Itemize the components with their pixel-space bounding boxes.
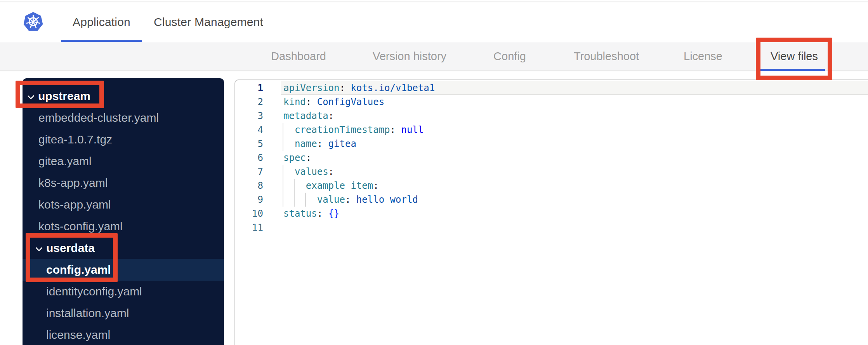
code-line-1[interactable]: 1apiVersion: kots.io/v1beta1: [235, 81, 868, 95]
line-number: 1: [235, 81, 263, 95]
code-token-bracket: {}: [323, 208, 339, 219]
code-line-3[interactable]: 3metadata:: [235, 109, 868, 123]
tree-item-installation-yaml[interactable]: installation.yaml: [23, 302, 224, 324]
tree-item-gitea-yaml[interactable]: gitea.yaml: [23, 150, 224, 172]
tree-item-config-yaml[interactable]: config.yaml: [23, 259, 224, 281]
line-number: 2: [235, 95, 263, 109]
tree-file-label: embedded-cluster.yaml: [38, 111, 159, 124]
tree-item-upstream[interactable]: upstream: [23, 85, 224, 107]
app-subnav: DashboardVersion historyConfigTroublesho…: [0, 42, 868, 71]
code-token-value: hello world: [351, 194, 418, 205]
tree-item-identityconfig-yaml[interactable]: identityconfig.yaml: [23, 281, 224, 302]
tree-item-userdata[interactable]: userdata: [23, 237, 224, 259]
tree-folder-label: userdata: [46, 242, 95, 255]
tree-file-label: config.yaml: [46, 263, 111, 276]
header-tab-application[interactable]: Application: [61, 2, 142, 42]
file-editor-panel[interactable]: 1apiVersion: kots.io/v1beta12kind: Confi…: [234, 79, 868, 345]
code-token-punct: :: [390, 124, 396, 135]
chevron-down-icon: [27, 94, 35, 99]
file-tree-sidebar: upstreamembedded-cluster.yamlgitea-1.0.7…: [23, 78, 224, 345]
tree-file-label: license.yaml: [46, 328, 110, 342]
code-token-key: spec: [283, 152, 306, 163]
code-token-key: status: [283, 208, 317, 219]
code-line-content: value: hello world: [283, 194, 418, 205]
line-number: 6: [235, 151, 263, 165]
code-token-plain: [283, 166, 295, 177]
line-number: 8: [235, 179, 263, 193]
tree-item-gitea-1-0-7-tgz[interactable]: gitea-1.0.7.tgz: [23, 129, 224, 150]
subnav-item-label: License: [684, 50, 722, 63]
code-line-9[interactable]: 9 value: hello world: [235, 193, 868, 207]
subnav-item-version-history[interactable]: Version history: [373, 42, 446, 71]
code-token-key: example_item: [306, 180, 373, 191]
code-token-plain: [283, 194, 317, 205]
subnav-item-label: Version history: [373, 50, 446, 63]
code-line-content: example_item:: [283, 180, 379, 191]
code-token-punct: :: [328, 110, 334, 121]
code-token-value: kots.io/v1beta1: [345, 83, 435, 93]
subnav-item-view-files[interactable]: View files: [771, 42, 818, 71]
header-tab-label: Cluster Management: [154, 16, 263, 29]
tree-item-kots-app-yaml[interactable]: kots-app.yaml: [23, 194, 224, 216]
tree-folder-label: upstream: [38, 90, 90, 103]
code-line-content: values:: [283, 166, 334, 177]
line-number: 3: [235, 109, 263, 123]
code-token-null: null: [396, 124, 424, 135]
code-line-content: name: gitea: [283, 138, 356, 149]
code-line-2[interactable]: 2kind: ConfigValues: [235, 95, 868, 109]
code-line-7[interactable]: 7 values:: [235, 165, 868, 179]
code-token-punct: :: [373, 180, 378, 191]
header-tab-label: Application: [73, 16, 130, 29]
subnav-item-label: View files: [771, 50, 818, 63]
tree-file-label: gitea.yaml: [38, 155, 92, 168]
tree-file-label: identityconfig.yaml: [46, 285, 142, 298]
line-number: 10: [235, 207, 263, 221]
tree-item-license-yaml[interactable]: license.yaml: [23, 324, 224, 345]
line-number: 4: [235, 123, 263, 137]
tree-item-k8s-app-yaml[interactable]: k8s-app.yaml: [23, 172, 224, 194]
code-token-value: gitea: [323, 138, 356, 149]
kubernetes-logo-icon: [23, 11, 43, 33]
code-token-punct: :: [345, 194, 351, 205]
header-tab-cluster-management[interactable]: Cluster Management: [142, 2, 275, 42]
code-token-key: name: [295, 138, 317, 149]
code-token-key: values: [295, 166, 328, 177]
code-token-value: ConfigValues: [311, 97, 384, 107]
code-token-key: apiVersion: [283, 83, 340, 93]
tree-item-embedded-cluster-yaml[interactable]: embedded-cluster.yaml: [23, 107, 224, 129]
code-line-8[interactable]: 8 example_item:: [235, 179, 868, 193]
code-token-plain: [283, 124, 295, 135]
tree-file-label: installation.yaml: [46, 307, 129, 320]
code-line-10[interactable]: 10status: {}: [235, 207, 868, 221]
subnav-item-troubleshoot[interactable]: Troubleshoot: [574, 42, 639, 71]
code-token-punct: :: [306, 152, 311, 163]
code-token-punct: :: [317, 138, 323, 149]
subnav-item-dashboard[interactable]: Dashboard: [271, 42, 326, 71]
code-token-punct: :: [317, 208, 323, 219]
code-token-punct: :: [306, 97, 311, 107]
code-line-4[interactable]: 4 creationTimestamp: null: [235, 123, 868, 137]
code-token-key: metadata: [283, 110, 328, 121]
subnav-item-label: Troubleshoot: [574, 50, 639, 63]
subnav-item-config[interactable]: Config: [493, 42, 526, 71]
app-header: ApplicationCluster Management: [0, 2, 868, 42]
code-line-content: status: {}: [283, 208, 340, 219]
subnav-item-label: Dashboard: [271, 50, 326, 63]
code-line-6[interactable]: 6spec:: [235, 151, 868, 165]
code-token-key: kind: [283, 97, 306, 107]
subnav-item-license[interactable]: License: [684, 42, 722, 71]
active-subnav-underline: [760, 69, 825, 71]
code-line-11[interactable]: 11: [235, 221, 868, 235]
code-token-key: creationTimestamp: [295, 124, 390, 135]
line-number: 9: [235, 193, 263, 207]
tree-file-label: kots-app.yaml: [38, 198, 111, 211]
tree-file-label: gitea-1.0.7.tgz: [38, 133, 112, 146]
code-line-content: metadata:: [283, 110, 334, 121]
tree-item-kots-config-yaml[interactable]: kots-config.yaml: [23, 216, 224, 237]
code-token-key: value: [317, 194, 345, 205]
code-line-content: creationTimestamp: null: [283, 124, 424, 135]
tree-file-label: k8s-app.yaml: [38, 176, 108, 190]
code-line-content: apiVersion: kots.io/v1beta1: [283, 83, 435, 93]
code-line-5[interactable]: 5 name: gitea: [235, 137, 868, 151]
code-editor[interactable]: 1apiVersion: kots.io/v1beta12kind: Confi…: [235, 81, 868, 235]
